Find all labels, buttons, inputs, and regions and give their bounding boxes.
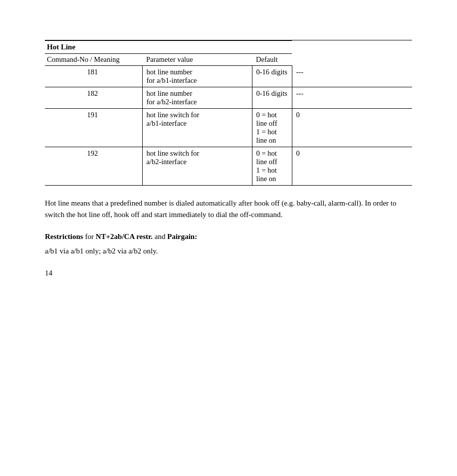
default-182: --- [292,87,412,109]
meaning-line2: for a/b2-interface [147,98,197,106]
param-line1: 0-16 digits [256,68,287,76]
col-header-param: Parameter value [142,54,252,66]
param-line1: 0-16 digits [256,89,287,97]
param-182: 0-16 digits [252,87,292,109]
meaning-182: hot line number for a/b2-interface [142,87,252,109]
table-title: Hot Line [45,41,292,54]
table-title-row: Hot Line [45,41,412,54]
cmd-no-value: 192 [87,149,98,157]
restrictions-bold1: NT+2ab/CA restr. [96,233,153,240]
param-191: 0 = hot line off 1 = hot line on [252,109,292,147]
meaning-181: hot line number for a/b1-interface [142,66,252,87]
page-number: 14 [45,269,412,277]
param-192: 0 = hot line off 1 = hot line on [252,147,292,186]
table-row: 182 hot line number for a/b2-interface 0… [45,87,412,109]
cmd-no-182: 182 [45,87,142,109]
param-line2: 1 = hot line on [256,166,277,183]
restrictions-bold2: Pairgain: [167,233,197,240]
meaning-line2: for a/b1-interface [147,76,197,84]
cmd-no-192: 192 [45,147,142,186]
restrictions-paragraph: Restrictions for NT+2ab/CA restr. and Pa… [45,231,412,242]
meaning-192: hot line switch for a/b2-interface [142,147,252,186]
meaning-line2: a/b1-interface [147,119,187,127]
col-header-row: Command-No / Meaning Parameter value Def… [45,54,412,66]
cmd-no-value: 191 [87,111,98,119]
table-row: 192 hot line switch for a/b2-interface 0… [45,147,412,186]
restrictions-for: for [83,233,96,240]
page-content: Hot Line Command-No / Meaning Parameter … [45,40,412,277]
restrictions-label: Restrictions [45,233,83,240]
param-line2: 1 = hot line on [256,128,277,144]
default-191: 0 [292,109,412,147]
param-181: 0-16 digits [252,66,292,87]
meaning-line1: hot line switch for [147,149,200,157]
hot-line-table: Hot Line Command-No / Meaning Parameter … [45,40,412,186]
param-line1: 0 = hot line off [256,149,277,166]
cmd-no-value: 181 [87,68,98,76]
meaning-line1: hot line number [147,68,193,76]
cmd-no-181: 181 [45,66,142,87]
table-row: 191 hot line switch for a/b1-interface 0… [45,109,412,147]
meaning-line1: hot line switch for [147,111,200,119]
cmd-no-191: 191 [45,109,142,147]
meaning-line1: hot line number [147,89,193,97]
meaning-line2: a/b2-interface [147,158,187,166]
col-header-default: Default [252,54,292,66]
table-row: 181 hot line number for a/b1-interface 0… [45,66,412,87]
description-paragraph: Hot line means that a predefined number … [45,198,412,221]
restrictions-line2: a/b1 via a/b1 only; a/b2 via a/b2 only. [45,245,412,257]
restrictions-and: and [153,233,167,240]
col-header-cmd: Command-No / Meaning [45,54,142,66]
default-181: --- [292,66,412,87]
cmd-no-value: 182 [87,89,98,97]
meaning-191: hot line switch for a/b1-interface [142,109,252,147]
default-192: 0 [292,147,412,186]
param-line1: 0 = hot line off [256,111,277,127]
